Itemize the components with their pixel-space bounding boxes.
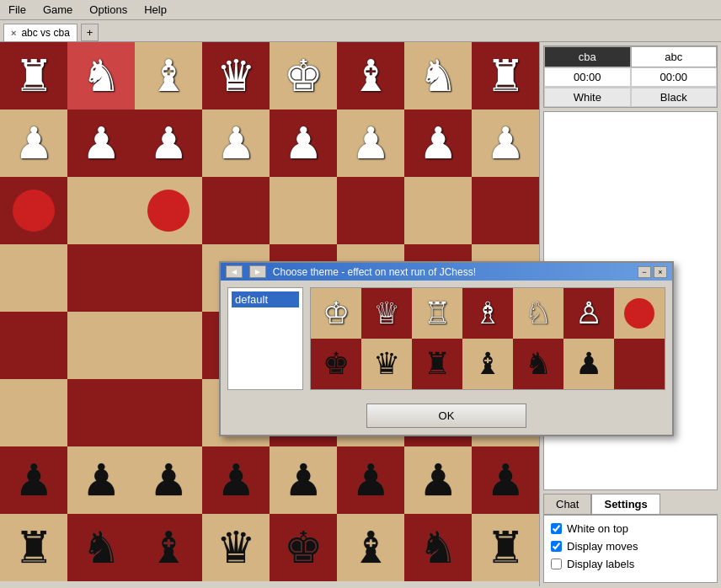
tab-chat[interactable]: Chat <box>543 494 591 514</box>
cell-b6[interactable] <box>67 177 135 244</box>
piece-a1: ♜ <box>14 526 54 569</box>
cell-b7[interactable]: ♟ <box>67 110 135 177</box>
piece-c2: ♟ <box>149 458 189 502</box>
prev-bn: ♞ <box>513 339 563 389</box>
piece-e7: ♟ <box>284 121 323 165</box>
cell-a5[interactable] <box>0 244 67 312</box>
display-labels-checkbox[interactable] <box>551 559 562 569</box>
cell-a4[interactable] <box>0 312 67 379</box>
cell-h1[interactable]: ♜ <box>472 514 539 581</box>
cell-b8[interactable]: ♞ <box>67 42 135 110</box>
cell-b2[interactable]: ♟ <box>67 446 135 514</box>
cell-f2[interactable]: ♟ <box>337 446 404 514</box>
cell-f7[interactable]: ♟ <box>337 110 404 177</box>
cell-a8[interactable]: ♜ <box>0 42 67 110</box>
dialog-nav-forward[interactable]: ► <box>249 265 266 278</box>
cell-g2[interactable]: ♟ <box>404 446 472 514</box>
cell-c6[interactable] <box>135 177 202 244</box>
settings-panel: White on top Display moves Display label… <box>543 515 718 583</box>
main-tab[interactable]: × abc vs cba <box>3 24 77 41</box>
prev-bb: ♝ <box>462 339 513 389</box>
cell-a7[interactable]: ♟ <box>0 110 67 177</box>
tab-close-icon[interactable]: × <box>11 28 16 38</box>
cell-d1[interactable]: ♛ <box>202 514 270 581</box>
cell-f1[interactable]: ♝ <box>337 514 404 581</box>
piece-b8: ♞ <box>82 54 121 98</box>
cell-d7[interactable]: ♟ <box>202 110 270 177</box>
cell-c5[interactable] <box>135 244 202 312</box>
menubar: File Game Options Help <box>0 0 721 20</box>
piece-h1: ♜ <box>486 526 526 569</box>
piece-b2: ♟ <box>82 458 121 502</box>
display-moves-label: Display moves <box>567 540 638 553</box>
menu-game[interactable]: Game <box>38 2 77 18</box>
white-on-top-label: White on top <box>567 522 628 535</box>
cell-b1[interactable]: ♞ <box>67 514 135 581</box>
cell-c2[interactable]: ♟ <box>135 446 202 514</box>
prev-bpawn: ♟ <box>563 339 614 389</box>
cell-c7[interactable]: ♟ <box>135 110 202 177</box>
cell-e8[interactable]: ♚ <box>270 42 337 110</box>
cell-c3[interactable] <box>135 379 202 446</box>
theme-list: default <box>227 287 303 390</box>
piece-h8: ♜ <box>486 54 526 98</box>
menu-help[interactable]: Help <box>139 2 172 18</box>
cell-a3[interactable] <box>0 379 67 446</box>
prev-bq: ♛ <box>361 339 412 389</box>
dialog-nav-back[interactable]: ◄ <box>226 265 243 278</box>
black-player-name: cba <box>544 46 631 67</box>
prev-wp: ♙ <box>563 288 614 339</box>
preview-grid: ♔ ♕ ♖ ♗ ♘ ♙ ♚ ♛ ♜ ♝ ♞ ♟ <box>311 288 665 389</box>
theme-dialog: ◄ ► Choose theme - effect on next run of… <box>219 261 674 436</box>
piece-g1: ♞ <box>419 526 458 569</box>
cell-d2[interactable]: ♟ <box>202 446 270 514</box>
cell-h2[interactable]: ♟ <box>472 446 539 514</box>
display-labels-row: Display labels <box>551 558 710 570</box>
tab-settings[interactable]: Settings <box>591 494 660 514</box>
dialog-title: Choose theme - effect on next run of JCh… <box>273 266 476 278</box>
dialog-close-button[interactable]: × <box>654 266 667 278</box>
cell-g8[interactable]: ♞ <box>404 42 472 110</box>
piece-g7: ♟ <box>419 121 458 165</box>
piece-f1: ♝ <box>351 526 391 569</box>
cell-a6[interactable] <box>0 177 67 244</box>
cell-h7[interactable]: ♟ <box>472 110 539 177</box>
cell-e2[interactable]: ♟ <box>270 446 337 514</box>
piece-d2: ♟ <box>216 458 256 502</box>
piece-c1: ♝ <box>149 526 189 569</box>
cell-f8[interactable]: ♝ <box>337 42 404 110</box>
cell-c4[interactable] <box>135 312 202 379</box>
menu-file[interactable]: File <box>3 2 31 18</box>
cell-e1[interactable]: ♚ <box>270 514 337 581</box>
cell-g6[interactable] <box>404 177 472 244</box>
cell-b5[interactable] <box>67 244 135 312</box>
cell-h6[interactable] <box>472 177 539 244</box>
cell-f6[interactable] <box>337 177 404 244</box>
cell-d8[interactable]: ♛ <box>202 42 270 110</box>
white-on-top-checkbox[interactable] <box>551 523 562 534</box>
display-labels-label: Display labels <box>567 558 634 570</box>
theme-item-default[interactable]: default <box>232 291 299 307</box>
cell-a2[interactable]: ♟ <box>0 446 67 514</box>
cell-g1[interactable]: ♞ <box>404 514 472 581</box>
cell-d6[interactable] <box>202 177 270 244</box>
cell-h8[interactable]: ♜ <box>472 42 539 110</box>
cell-e6[interactable] <box>270 177 337 244</box>
white-player-name: abc <box>631 46 718 67</box>
prev-bcirc <box>614 339 665 389</box>
cell-c8[interactable]: ♝ <box>135 42 202 110</box>
display-moves-checkbox[interactable] <box>551 541 562 552</box>
cell-g7[interactable]: ♟ <box>404 110 472 177</box>
menu-options[interactable]: Options <box>84 2 132 18</box>
highlight-c6 <box>147 190 190 232</box>
tab-add-button[interactable]: + <box>81 24 99 41</box>
cell-a1[interactable]: ♜ <box>0 514 67 581</box>
piece-a2: ♟ <box>14 458 54 502</box>
cell-b4[interactable] <box>67 312 135 379</box>
cell-c1[interactable]: ♝ <box>135 514 202 581</box>
dialog-minimize-button[interactable]: − <box>638 266 651 278</box>
piece-f8: ♝ <box>351 54 391 98</box>
cell-b3[interactable] <box>67 379 135 446</box>
ok-button[interactable]: OK <box>366 404 526 428</box>
cell-e7[interactable]: ♟ <box>270 110 337 177</box>
